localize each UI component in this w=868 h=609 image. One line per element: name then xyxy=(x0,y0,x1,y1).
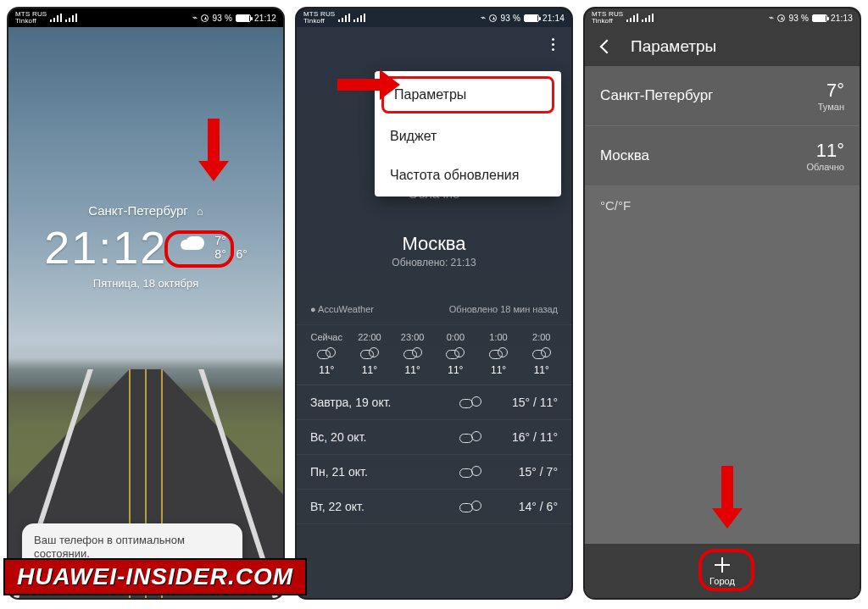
battery-icon xyxy=(236,14,251,22)
attribution-time: Обновлено 18 мин назад xyxy=(449,304,558,314)
hourly-item: 22:0011° xyxy=(348,332,391,376)
hourly-item: 23:0011° xyxy=(391,332,433,376)
overflow-menu-button[interactable] xyxy=(541,32,565,56)
battery-icon xyxy=(524,14,539,22)
daily-row: Пн, 21 окт.15° / 7° xyxy=(297,455,571,490)
page-title: Параметры xyxy=(631,37,716,56)
carrier-secondary: Tinkoff xyxy=(15,18,47,25)
cloud-icon xyxy=(459,431,481,443)
status-time: 21:12 xyxy=(254,14,276,23)
cloud-icon xyxy=(459,501,481,512)
cloud-icon xyxy=(446,347,465,359)
cloud-icon xyxy=(317,347,336,359)
status-bar: MTS RUS Tinkoff ⌁ 93 % 21:13 xyxy=(585,8,860,27)
annotation-highlight xyxy=(164,230,234,268)
phone-lockscreen: MTS RUS Tinkoff ⌁ 93 % 21:12 xyxy=(7,7,285,600)
hourly-item: Сейчас11° xyxy=(305,332,348,376)
widget-city: Санкт-Петербург xyxy=(88,203,188,218)
annotation-arrow xyxy=(197,119,231,186)
home-icon: ⌂ xyxy=(197,205,203,218)
battery-percent: 93 % xyxy=(212,14,232,23)
status-bar: MTS RUS Tinkoff ⌁ 93 % 21:12 xyxy=(8,8,283,27)
hourly-forecast[interactable]: Сейчас11° 22:0011° 23:0011° 0:0011° 1:00… xyxy=(297,325,571,385)
city-row[interactable]: Санкт-Петербург 7° Туман xyxy=(585,66,860,126)
signal-icon xyxy=(65,14,77,22)
signal-icon xyxy=(642,14,654,22)
wallpaper xyxy=(8,27,283,598)
cloud-icon xyxy=(489,347,508,359)
hourly-item: 2:0011° xyxy=(520,332,563,376)
unit-toggle[interactable]: °C/°F xyxy=(585,186,860,224)
menu-item-settings[interactable]: Параметры xyxy=(381,76,554,113)
widget-clock[interactable]: 21:12 xyxy=(44,221,167,274)
menu-item-frequency[interactable]: Частота обновления xyxy=(375,156,561,195)
annotation-arrow xyxy=(710,466,744,534)
status-time: 21:14 xyxy=(542,14,565,23)
signal-icon xyxy=(50,14,62,22)
daily-row: Завтра, 19 окт.15° / 11° xyxy=(297,385,571,420)
signal-icon xyxy=(338,14,350,22)
daily-row: Вс, 20 окт.16° / 11° xyxy=(297,420,571,455)
menu-item-widget[interactable]: Виджет xyxy=(375,117,561,156)
signal-icon xyxy=(353,14,365,22)
signal-icon xyxy=(626,14,638,22)
cloud-icon xyxy=(403,347,422,359)
bluetooth-icon: ⌁ xyxy=(192,14,198,22)
city-row[interactable]: Москва 11° Облачно xyxy=(585,126,860,186)
attribution[interactable]: ● AccuWeather xyxy=(310,304,374,314)
annotation-highlight xyxy=(698,549,754,591)
alarm-icon xyxy=(489,14,497,22)
daily-row: Вт, 22 окт.14° / 6° xyxy=(297,490,571,524)
annotation-arrow xyxy=(337,68,407,102)
alarm-icon xyxy=(777,14,785,22)
cloud-icon xyxy=(532,347,551,359)
hourly-item: 1:0011° xyxy=(477,332,520,376)
city-heading: Москва xyxy=(297,233,571,255)
cloud-icon xyxy=(360,347,379,359)
watermark: HUAWEI-INSIDER.COM xyxy=(3,558,307,595)
back-button[interactable] xyxy=(598,38,615,55)
widget-date: Пятница, 18 октября xyxy=(8,277,283,290)
bluetooth-icon: ⌁ xyxy=(481,14,486,22)
cloud-icon xyxy=(459,466,481,478)
settings-header: Параметры xyxy=(585,27,860,66)
alarm-icon xyxy=(201,14,209,22)
status-time: 21:13 xyxy=(831,14,853,23)
cloud-icon xyxy=(459,396,481,408)
updated-label: Обновлено: 21:13 xyxy=(297,257,571,269)
hourly-item: 0:0011° xyxy=(434,332,476,376)
bluetooth-icon: ⌁ xyxy=(769,14,774,22)
daily-forecast[interactable]: Завтра, 19 окт.15° / 11° Вс, 20 окт.16° … xyxy=(297,385,571,524)
battery-icon xyxy=(812,14,827,22)
status-bar: MTS RUS Tinkoff ⌁ 93 % 21:14 xyxy=(297,8,571,27)
weather-clock-widget[interactable]: Санкт-Петербург ⌂ 21:12 7° 8° / 6° Пятни… xyxy=(8,203,283,290)
